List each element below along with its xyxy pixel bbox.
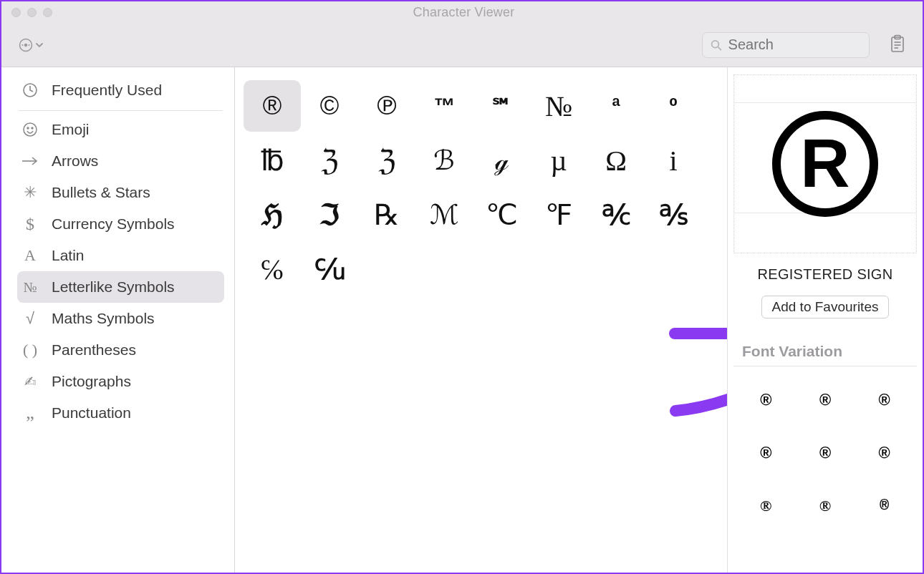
sidebar-item-letterlike[interactable]: № Letterlike Symbols [17,271,224,303]
font-variation-header: Font Variation [733,340,917,366]
character-cell[interactable]: ª [587,80,645,132]
sidebar-item-maths[interactable]: √ Maths Symbols [17,303,224,334]
character-cell[interactable]: µ [530,135,587,186]
character-cell[interactable]: ℁ [645,189,702,240]
svg-point-1 [24,43,27,46]
annotation-arrow [671,382,728,411]
sidebar-item-bullets-stars[interactable]: ✳︎ Bullets & Stars [17,177,224,208]
toolbar [1,23,923,67]
character-cell[interactable]: № [530,80,587,132]
sidebar-item-label: Currency Symbols [52,215,175,233]
close-window-button[interactable] [11,8,21,17]
character-grid-area: ®©℗™℠№ªº℔ℨℨℬℊµΩiℌℑ℞ℳ℃℉℀℁℅℆ [235,67,728,573]
clipboard-icon [890,34,905,53]
sidebar-item-label: Punctuation [52,404,131,422]
svg-point-4 [712,40,719,47]
sidebar-item-label: Latin [52,247,85,264]
sidebar-item-label: Arrows [52,152,98,170]
sidebar-item-arrows[interactable]: Arrows [17,145,224,177]
character-cell[interactable]: ℬ [415,135,473,186]
search-icon [710,38,723,52]
add-to-favourites-button[interactable]: Add to Favourites [761,296,890,318]
sqrt-icon: √ [20,309,40,328]
sidebar-item-currency[interactable]: $ Currency Symbols [17,208,224,240]
search-input[interactable] [728,37,862,53]
character-cell[interactable]: ℆ [301,243,358,295]
glyph-preview: R [733,74,917,253]
character-cell[interactable]: ℀ [587,189,645,240]
glyph-preview-char: R [768,107,882,221]
font-variation-cell[interactable]: ® [879,391,890,409]
character-cell[interactable]: ℔ [244,135,301,186]
sidebar-item-punctuation[interactable]: „ Punctuation [17,397,224,429]
chevron-down-icon [34,40,44,50]
character-cell[interactable]: ℌ [244,189,301,240]
character-cell[interactable]: i [645,135,702,186]
zoom-window-button[interactable] [43,8,52,17]
character-cell[interactable]: ℗ [358,80,415,132]
character-name: REGISTERED SIGN [733,266,917,283]
font-variation-cell[interactable]: ® [819,497,831,515]
svg-point-14 [32,127,33,129]
font-variation-cell[interactable]: ® [760,391,771,409]
character-cell[interactable]: ℳ [415,189,473,240]
dollar-icon: $ [20,215,40,234]
sparkle-icon: ✳︎ [20,183,40,202]
sidebar-item-label: Bullets & Stars [52,184,150,201]
svg-line-5 [718,47,721,49]
sidebar-item-pictographs[interactable]: ✍︎ Pictographs [17,366,224,397]
sidebar-toggle-button[interactable] [890,34,905,56]
sidebar-item-frequently-used[interactable]: Frequently Used [17,74,224,106]
sidebar-item-latin[interactable]: A Latin [17,240,224,271]
clock-icon [20,82,40,98]
font-variation-cell[interactable]: ® [880,497,889,515]
character-cell[interactable]: ℊ [473,135,530,186]
sidebar-item-label: Frequently Used [52,82,162,99]
character-cell[interactable]: ℃ [473,189,530,240]
arrow-right-icon [20,156,40,166]
minimize-window-button[interactable] [27,8,37,17]
letter-a-icon: A [20,246,40,265]
font-variation-cell[interactable]: ® [760,444,771,462]
category-sidebar: Frequently Used Emoji Arrows ✳︎ Bullets … [1,67,235,573]
search-field[interactable] [702,32,870,58]
window-title: Character Viewer [52,5,875,20]
character-cell[interactable]: ℅ [244,243,301,295]
sidebar-item-label: Letterlike Symbols [52,278,175,296]
character-cell[interactable]: ℨ [358,135,415,186]
character-grid: ®©℗™℠№ªº℔ℨℨℬℊµΩiℌℑ℞ℳ℃℉℀℁℅℆ [244,80,720,295]
svg-point-3 [29,44,30,46]
svg-point-12 [24,123,37,136]
writing-hand-icon: ✍︎ [20,373,40,390]
character-cell[interactable]: © [301,80,358,132]
svg-point-13 [27,127,29,129]
character-cell[interactable]: ℨ [301,135,358,186]
font-variation-cell[interactable]: ® [760,497,771,515]
svg-text:R: R [800,125,850,201]
sidebar-item-label: Maths Symbols [52,310,155,327]
sidebar-item-label: Pictographs [52,373,131,390]
character-inspector: R REGISTERED SIGN Add to Favourites Font… [728,67,923,573]
font-variation-cell[interactable]: ® [879,444,890,462]
sidebar-item-emoji[interactable]: Emoji [17,114,224,145]
character-cell[interactable]: º [645,80,702,132]
character-cell[interactable]: ℉ [530,189,587,240]
numero-icon: № [20,279,40,296]
character-cell[interactable]: ™ [415,80,473,132]
font-variation-cell[interactable]: ® [819,391,831,409]
sidebar-separator [19,110,223,111]
svg-point-2 [22,44,24,46]
sidebar-item-parentheses[interactable]: ( ) Parentheses [17,334,224,366]
annotation-arrow [671,318,728,346]
font-variation-cell[interactable]: ® [819,444,831,462]
character-cell[interactable]: ® [244,80,301,132]
character-cell[interactable]: Ω [587,135,645,186]
character-cell[interactable]: ℑ [301,189,358,240]
parens-icon: ( ) [20,341,40,359]
character-cell[interactable]: ℞ [358,189,415,240]
character-cell[interactable]: ℠ [473,80,530,132]
settings-menu-button[interactable] [19,38,44,52]
gear-icon [19,38,33,52]
font-variation-grid: ®®®®®®®®® [733,366,917,540]
sidebar-item-label: Parentheses [52,341,136,359]
